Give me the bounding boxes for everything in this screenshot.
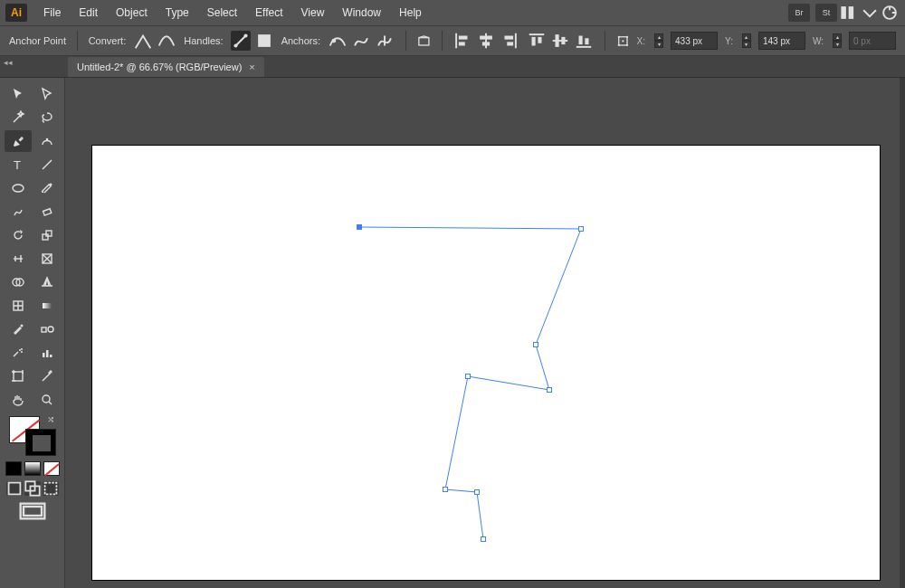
artboard-tool[interactable] [5, 365, 32, 387]
cut-path-button[interactable] [375, 31, 395, 51]
svg-point-40 [48, 327, 53, 332]
connect-endpoints-button[interactable] [351, 31, 371, 51]
align-right-button[interactable] [500, 31, 519, 51]
zoom-tool[interactable] [33, 389, 61, 411]
anchor-point[interactable] [547, 387, 552, 393]
screen-mode-button[interactable] [19, 503, 46, 523]
anchor-point[interactable] [443, 487, 448, 492]
rotate-tool[interactable] [5, 224, 32, 246]
svg-rect-32 [46, 231, 52, 236]
color-solid-button[interactable] [5, 461, 22, 476]
convert-to-smooth-button[interactable] [157, 31, 176, 51]
convert-group [133, 31, 176, 51]
menu-view[interactable]: View [292, 0, 334, 25]
line-segment-tool[interactable] [33, 154, 61, 175]
perspective-grid-tool[interactable] [33, 271, 61, 293]
width-tool[interactable] [5, 248, 32, 270]
color-gradient-button[interactable] [24, 461, 41, 476]
eyedropper-tool[interactable] [5, 318, 32, 340]
app-logo: Ai [5, 4, 27, 22]
align-top-button[interactable] [527, 31, 547, 51]
shaper-tool[interactable] [5, 201, 32, 223]
lasso-tool[interactable] [33, 107, 61, 128]
shape-builder-tool[interactable] [5, 271, 32, 293]
gradient-tool[interactable] [33, 295, 61, 317]
w-input[interactable] [849, 32, 896, 50]
anchor-point[interactable] [533, 342, 538, 347]
anchor-point[interactable] [474, 489, 480, 495]
direct-selection-tool[interactable] [33, 83, 61, 105]
column-graph-tool[interactable] [33, 342, 61, 364]
color-none-button[interactable] [43, 461, 60, 476]
magic-wand-tool[interactable] [5, 107, 32, 128]
symbol-sprayer-tool[interactable] [5, 342, 32, 364]
pen-tool[interactable] [5, 130, 32, 152]
anchor-point[interactable] [578, 226, 584, 232]
svg-rect-9 [459, 42, 465, 45]
isolate-button[interactable] [417, 31, 431, 51]
svg-rect-46 [50, 355, 52, 357]
paintbrush-tool[interactable] [33, 177, 61, 199]
vector-path[interactable] [92, 146, 880, 580]
y-stepper[interactable]: ▴▾ [742, 32, 751, 50]
workspace-menu-chevron-icon[interactable] [860, 4, 880, 22]
menu-window[interactable]: Window [333, 0, 390, 25]
color-mode-row [5, 461, 60, 476]
svg-rect-0 [841, 6, 846, 19]
draw-inside-button[interactable] [43, 481, 59, 496]
draw-behind-button[interactable] [24, 481, 41, 496]
y-input[interactable] [758, 32, 805, 50]
tool-grid: T [5, 83, 61, 411]
curvature-tool[interactable] [33, 130, 61, 152]
slice-tool[interactable] [33, 365, 61, 387]
svg-rect-17 [562, 37, 566, 44]
scale-tool[interactable] [33, 224, 61, 246]
menu-object[interactable]: Object [107, 0, 157, 25]
stroke-swatch[interactable] [25, 429, 56, 456]
menu-file[interactable]: File [34, 0, 70, 25]
blend-tool[interactable] [33, 318, 61, 340]
w-stepper[interactable]: ▴▾ [833, 32, 842, 50]
arrange-documents-button[interactable] [840, 4, 860, 22]
menu-type[interactable]: Type [157, 0, 198, 25]
x-stepper[interactable]: ▴▾ [654, 32, 663, 50]
right-panel-strip[interactable] [900, 78, 905, 588]
panel-collapse-handle-icon[interactable]: ◂◂ [4, 58, 13, 67]
mesh-tool[interactable] [5, 295, 32, 317]
menu-edit[interactable]: Edit [70, 0, 107, 25]
swap-fill-stroke-icon[interactable]: ⤭ [47, 414, 58, 425]
anchor-point[interactable] [481, 536, 486, 542]
show-handles-multiple-button[interactable] [231, 31, 251, 51]
canvas-area[interactable] [65, 78, 905, 588]
document-tab[interactable]: Untitled-2* @ 66.67% (RGB/Preview) × [68, 57, 264, 77]
svg-rect-7 [419, 37, 429, 44]
menu-effect[interactable]: Effect [246, 0, 291, 25]
remove-anchor-button[interactable] [328, 31, 348, 51]
align-vcenter-button[interactable] [550, 31, 570, 51]
selection-tool[interactable] [5, 83, 32, 105]
fill-stroke-control[interactable]: ⤭ [9, 416, 56, 456]
reference-point-button[interactable] [616, 31, 630, 51]
menu-help[interactable]: Help [390, 0, 431, 25]
menu-select[interactable]: Select [198, 0, 246, 25]
stock-button[interactable]: St [815, 4, 837, 22]
align-bottom-button[interactable] [574, 31, 594, 51]
align-hcenter-button[interactable] [476, 31, 496, 51]
convert-to-corner-button[interactable] [133, 31, 153, 51]
eraser-tool[interactable] [33, 201, 61, 223]
gpu-performance-icon[interactable] [880, 4, 900, 22]
artboard[interactable] [92, 146, 880, 580]
free-transform-tool[interactable] [33, 248, 61, 270]
align-left-button[interactable] [452, 31, 472, 51]
draw-normal-button[interactable] [6, 481, 23, 496]
hide-handles-button[interactable] [254, 31, 274, 51]
x-input[interactable] [671, 32, 718, 50]
close-tab-button[interactable]: × [249, 62, 254, 72]
hand-tool[interactable] [5, 389, 32, 411]
svg-rect-8 [459, 36, 468, 40]
anchor-point[interactable] [465, 374, 471, 379]
anchor-point[interactable] [357, 224, 362, 230]
ellipse-tool[interactable] [5, 177, 32, 199]
type-tool[interactable]: T [5, 154, 32, 175]
bridge-button[interactable]: Br [788, 4, 810, 22]
